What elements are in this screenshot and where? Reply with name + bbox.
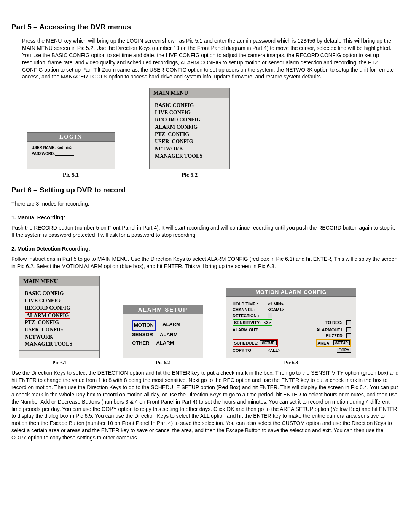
menu-item-alarm-config-highlighted: ALARM CONFIG bbox=[25, 312, 70, 319]
part6-intro: There are 3 modes for recording. bbox=[11, 200, 400, 208]
hold-time-value: <1 MIN> bbox=[268, 302, 284, 306]
menu-item: LIVE CONFIG bbox=[25, 297, 96, 305]
manual-recording-body: Push the RECORD button (number 5 on Fron… bbox=[11, 224, 400, 239]
password-label: PASSWORD: bbox=[32, 152, 55, 156]
figure-row-6: MAIN MENU BASIC CONFIG LIVE CONFIG RECOR… bbox=[19, 276, 400, 366]
detection-label: DETECTION : bbox=[233, 313, 264, 318]
menu-item: RECORD CONFIG bbox=[25, 305, 96, 312]
other-label: OTHER bbox=[132, 339, 150, 348]
hold-time-label: HOLD TIME : bbox=[233, 302, 264, 306]
login-screenshot: LOGIN USER NAME: <admin> PASSWORD: bbox=[27, 132, 115, 169]
caption-5-1: Pic 5.1 bbox=[27, 172, 115, 178]
alarm-setup-screenshot: ALARM SETUP MOTION ALARM SENSOR ALARM OT… bbox=[123, 305, 203, 358]
channel-value: <CAM1> bbox=[268, 307, 284, 312]
sensitivity-green-box: SENSITIVITY: <3> bbox=[233, 319, 272, 326]
menu-item: RECORD CONFIG bbox=[155, 117, 226, 124]
login-title: LOGIN bbox=[27, 133, 115, 142]
username-value: <admin> bbox=[57, 145, 72, 150]
caption-6-2: Pic 6.2 bbox=[123, 359, 203, 366]
copyto-value: <ALL> bbox=[268, 348, 280, 353]
part5-body: Press the MENU key which will bring up t… bbox=[22, 37, 400, 80]
copyto-label: COPY TO: bbox=[233, 348, 264, 353]
copy-button: COPY bbox=[337, 348, 351, 353]
sensitivity-value: <3> bbox=[264, 320, 271, 325]
menu-item: BASIC CONFIG bbox=[155, 102, 226, 109]
alarmout1-label: ALARMOUT1 bbox=[316, 328, 342, 332]
sensor-label: SENSOR bbox=[132, 331, 153, 339]
motion-alarm-config-screenshot: MOTION ALARM CONFIG HOLD TIME : <1 MIN> … bbox=[226, 288, 356, 358]
menu-item: USER CONFIG bbox=[155, 138, 226, 145]
part6-heading: Part 6 – Setting up DVR to record bbox=[11, 186, 400, 194]
alarm-out-label: ALARM OUT: bbox=[233, 328, 264, 332]
password-field bbox=[55, 155, 74, 156]
alarm-label: ALARM bbox=[160, 331, 178, 339]
caption-5-2: Pic 5.2 bbox=[149, 172, 230, 178]
username-label: USER NAME: bbox=[32, 145, 56, 150]
figure-6-3: MOTION ALARM CONFIG HOLD TIME : <1 MIN> … bbox=[226, 288, 356, 366]
menu-item: PTZ CONFIG bbox=[155, 131, 226, 138]
menu-item: USER CONFIG bbox=[25, 326, 96, 334]
motion-alarm-highlighted: MOTION bbox=[132, 320, 156, 331]
figure-5-1: LOGIN USER NAME: <admin> PASSWORD: Pic 5… bbox=[27, 132, 115, 178]
caption-6-1: Pic 6.1 bbox=[19, 359, 100, 366]
area-label: AREA : bbox=[317, 341, 331, 345]
menu-item: ALARM CONFIG bbox=[155, 124, 226, 131]
buzzer-checkbox bbox=[346, 333, 351, 338]
figure-row-5: LOGIN USER NAME: <admin> PASSWORD: Pic 5… bbox=[27, 88, 400, 178]
figure-6-1: MAIN MENU BASIC CONFIG LIVE CONFIG RECOR… bbox=[19, 276, 100, 366]
figure-5-2: MAIN MENU BASIC CONFIG LIVE CONFIG RECOR… bbox=[149, 88, 230, 178]
alarmout1-checkbox bbox=[346, 327, 351, 332]
to-rec-label: TO REC: bbox=[325, 320, 342, 325]
detection-checkbox bbox=[268, 313, 272, 318]
motion-recording-body1: Follow instructions in Part 5 to go to M… bbox=[11, 256, 400, 270]
mac-title: MOTION ALARM CONFIG bbox=[226, 288, 356, 297]
menu-item: LIVE CONFIG bbox=[155, 109, 226, 117]
mainmenu-screenshot: MAIN MENU BASIC CONFIG LIVE CONFIG RECOR… bbox=[149, 88, 230, 169]
alarm-setup-title: ALARM SETUP bbox=[123, 305, 203, 314]
mainmenu61-screenshot: MAIN MENU BASIC CONFIG LIVE CONFIG RECOR… bbox=[19, 276, 100, 358]
menu-item: BASIC CONFIG bbox=[25, 290, 96, 297]
area-yellow-box: AREA : SETUP bbox=[316, 339, 351, 347]
channel-label: CHANNEL : bbox=[233, 307, 264, 312]
sensitivity-label: SENSITIVITY: bbox=[234, 320, 261, 325]
menu-item: MANAGER TOOLS bbox=[25, 341, 96, 348]
caption-6-3: Pic 6.3 bbox=[226, 359, 356, 366]
alarm-label: ALARM bbox=[156, 339, 174, 348]
figure-6-2: ALARM SETUP MOTION ALARM SENSOR ALARM OT… bbox=[123, 305, 203, 366]
motion-recording-heading: 2. Motion Detection Recording: bbox=[11, 246, 400, 252]
mainmenu61-title: MAIN MENU bbox=[19, 276, 99, 286]
schedule-label: SCHEDULE: bbox=[234, 341, 258, 345]
schedule-red-box: SCHEDULE: SETUP bbox=[233, 339, 278, 347]
motion-recording-body2: Use the Direction Keys to select the DET… bbox=[11, 369, 400, 441]
menu-item: NETWORK bbox=[155, 145, 226, 153]
buzzer-label: BUZZER bbox=[325, 334, 342, 338]
alarm-label: ALARM bbox=[162, 320, 180, 331]
menu-item: PTZ CONFIG bbox=[25, 319, 96, 326]
manual-recording-heading: 1. Manual Recording: bbox=[11, 214, 400, 220]
to-rec-checkbox bbox=[346, 320, 351, 325]
menu-item: MANAGER TOOLS bbox=[155, 153, 226, 160]
schedule-setup-button: SETUP bbox=[260, 340, 276, 345]
menu-item: NETWORK bbox=[25, 334, 96, 341]
mainmenu-title: MAIN MENU bbox=[150, 88, 229, 98]
area-setup-button: SETUP bbox=[333, 340, 350, 345]
part5-heading: Part 5 – Accessing the DVR menus bbox=[11, 23, 400, 31]
